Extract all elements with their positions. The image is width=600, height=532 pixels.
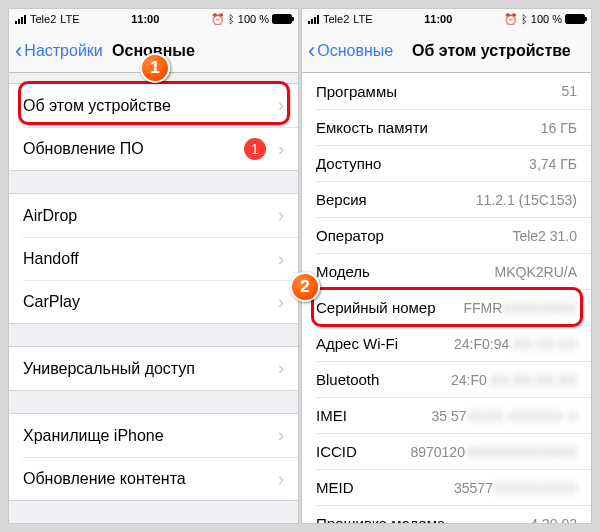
battery-icon: [272, 14, 292, 24]
carrier-label: Tele2: [323, 13, 349, 25]
about-list[interactable]: Программы 51 Емкость памяти 16 ГБ Доступ…: [302, 73, 591, 523]
alarm-icon: ⏰: [211, 13, 225, 26]
row-model[interactable]: Модель MKQK2RU/A: [316, 253, 591, 289]
row-meid[interactable]: MEID 35577XXXXXXXXX: [316, 469, 591, 505]
row-carrier[interactable]: Оператор Tele2 31.0: [316, 217, 591, 253]
clock: 11:00: [80, 13, 211, 25]
row-capacity[interactable]: Емкость памяти 16 ГБ: [316, 109, 591, 145]
chevron-right-icon: ›: [278, 139, 284, 160]
settings-list[interactable]: Об этом устройстве › Обновление ПО 1 › A…: [9, 73, 298, 523]
nav-header: ‹ Основные Об этом устройстве: [302, 29, 591, 73]
bluetooth-icon: ᛒ: [521, 13, 528, 25]
chevron-right-icon: ›: [278, 292, 284, 313]
row-carplay[interactable]: CarPlay ›: [23, 280, 298, 323]
chevron-right-icon: ›: [278, 95, 284, 116]
chevron-right-icon: ›: [278, 249, 284, 270]
carrier-label: Tele2: [30, 13, 56, 25]
nav-header: ‹ Настройки Основные: [9, 29, 298, 73]
row-software-update[interactable]: Обновление ПО 1 ›: [23, 127, 298, 170]
network-label: LTE: [353, 13, 372, 25]
phone-right: Tele2 LTE 11:00 ⏰ ᛒ 100 % ‹ Основные Об …: [301, 8, 592, 524]
signal-icon: [15, 15, 26, 24]
row-bluetooth[interactable]: Bluetooth 24:F0:XX:XX:XX:XX: [316, 361, 591, 397]
status-bar: Tele2 LTE 11:00 ⏰ ᛒ 100 %: [9, 9, 298, 29]
row-airdrop[interactable]: AirDrop ›: [9, 194, 298, 237]
row-modem-firmware[interactable]: Прошивка модема 4.30.02: [316, 505, 591, 523]
row-background-refresh[interactable]: Обновление контента ›: [23, 457, 298, 500]
row-accessibility[interactable]: Универсальный доступ ›: [9, 347, 298, 390]
bluetooth-icon: ᛒ: [228, 13, 235, 25]
chevron-right-icon: ›: [278, 205, 284, 226]
page-title: Основные: [9, 42, 298, 60]
battery-icon: [565, 14, 585, 24]
alarm-icon: ⏰: [504, 13, 518, 26]
signal-icon: [308, 15, 319, 24]
phone-left: Tele2 LTE 11:00 ⏰ ᛒ 100 % ‹ Настройки Ос…: [8, 8, 299, 524]
clock: 11:00: [373, 13, 504, 25]
battery-label: 100 %: [238, 13, 269, 25]
row-about-device[interactable]: Об этом устройстве ›: [9, 84, 298, 127]
battery-label: 100 %: [531, 13, 562, 25]
chevron-right-icon: ›: [278, 469, 284, 490]
row-apps[interactable]: Программы 51: [302, 73, 591, 109]
row-wifi-address[interactable]: Адрес Wi-Fi 24:F0:94:XX:XX:XX: [316, 325, 591, 361]
chevron-right-icon: ›: [278, 358, 284, 379]
network-label: LTE: [60, 13, 79, 25]
update-badge: 1: [244, 138, 266, 160]
row-iccid[interactable]: ICCID 8970120XXXXXXXXXXXX: [316, 433, 591, 469]
row-imei[interactable]: IMEI 35 57XXXX XXXXXX X: [316, 397, 591, 433]
row-iphone-storage[interactable]: Хранилище iPhone ›: [9, 414, 298, 457]
page-title: Об этом устройстве: [302, 42, 591, 60]
chevron-right-icon: ›: [278, 425, 284, 446]
row-version[interactable]: Версия 11.2.1 (15C153): [316, 181, 591, 217]
row-handoff[interactable]: Handoff ›: [23, 237, 298, 280]
row-available[interactable]: Доступно 3,74 ГБ: [316, 145, 591, 181]
status-bar: Tele2 LTE 11:00 ⏰ ᛒ 100 %: [302, 9, 591, 29]
row-serial-number[interactable]: Серийный номер FFMRXXXXXXXX: [316, 289, 591, 325]
